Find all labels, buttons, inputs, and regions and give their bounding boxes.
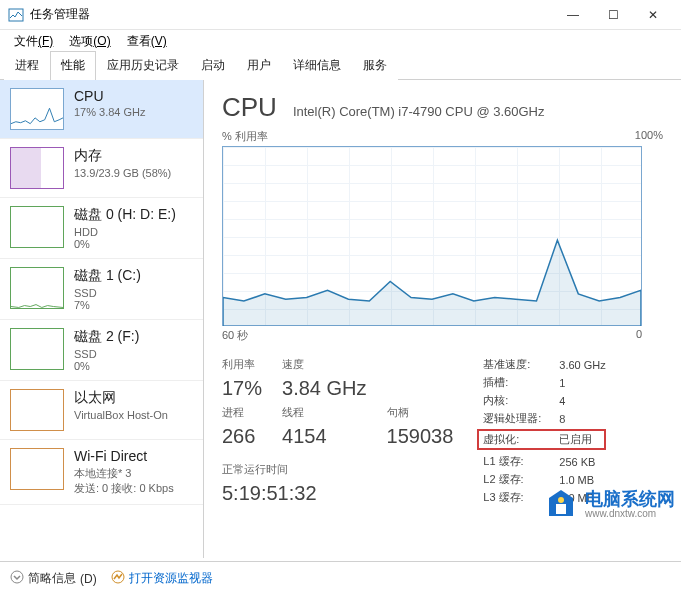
lprocs-value: 8: [559, 413, 565, 425]
threads-value: 4154: [282, 425, 366, 451]
l1-value: 256 KB: [559, 456, 595, 468]
processes-value: 266: [222, 425, 262, 451]
footer: 简略信息(D) 打开资源监视器: [0, 561, 681, 595]
resource-monitor-icon: [111, 570, 125, 587]
main-panel: CPU Intel(R) Core(TM) i7-4790 CPU @ 3.60…: [204, 80, 681, 558]
handles-label: 句柄: [387, 405, 454, 423]
sidebar-item-label: 内存: [74, 147, 195, 165]
cpu-spark-icon: [10, 88, 64, 130]
uptime-label: 正常运行时间: [222, 462, 453, 480]
handles-value: 159038: [387, 425, 454, 451]
l1-label: L1 缓存:: [483, 454, 559, 469]
sidebar-item-sub2: 0%: [74, 238, 195, 250]
tabs: 进程 性能 应用历史记录 启动 用户 详细信息 服务: [0, 52, 681, 80]
sidebar-item-sub: HDD: [74, 226, 195, 238]
sidebar-item-label: 磁盘 0 (H: D: E:): [74, 206, 195, 224]
sidebar-disk2[interactable]: 磁盘 2 (F:) SSD 0%: [0, 320, 203, 381]
l2-value: 1.0 MB: [559, 474, 594, 486]
memory-bar-icon: [10, 147, 64, 189]
svg-point-2: [558, 497, 564, 503]
sidebar-item-label: Wi-Fi Direct: [74, 448, 195, 464]
sidebar-item-label: 以太网: [74, 389, 195, 407]
basespeed-label: 基准速度:: [483, 357, 559, 372]
tab-users[interactable]: 用户: [236, 51, 282, 80]
sidebar-item-sub: 17% 3.84 GHz: [74, 106, 195, 118]
sidebar-item-sub: SSD: [74, 348, 195, 360]
disk-spark-icon: [10, 328, 64, 370]
sidebar-item-sub: 13.9/23.9 GB (58%): [74, 167, 195, 179]
close-button[interactable]: ✕: [633, 1, 673, 29]
panel-title: CPU: [222, 92, 277, 123]
sidebar-item-label: 磁盘 2 (F:): [74, 328, 195, 346]
watermark-url: www.dnxtw.com: [585, 508, 675, 519]
disk-spark-icon: [10, 206, 64, 248]
content: CPU 17% 3.84 GHz 内存 13.9/23.9 GB (58%) 磁…: [0, 80, 681, 558]
watermark-name: 电脑系统网: [585, 490, 675, 508]
chevron-down-icon: [10, 570, 24, 587]
util-value: 17%: [222, 377, 262, 403]
sidebar: CPU 17% 3.84 GHz 内存 13.9/23.9 GB (58%) 磁…: [0, 80, 204, 558]
speed-label: 速度: [282, 357, 366, 375]
open-resource-monitor-link[interactable]: 打开资源监视器: [111, 570, 213, 587]
chart-ymax: 100%: [635, 129, 663, 144]
cpu-chart: % 利用率 100% 60 秒 0: [222, 129, 663, 343]
basespeed-value: 3.60 GHz: [559, 359, 605, 371]
menu-view[interactable]: 查看(V): [119, 31, 175, 52]
app-icon: [8, 7, 24, 23]
sidebar-item-sub2: 发送: 0 接收: 0 Kbps: [74, 481, 195, 496]
utilization-chart[interactable]: [222, 146, 642, 326]
net-spark-icon: [10, 448, 64, 490]
l2-label: L2 缓存:: [483, 472, 559, 487]
threads-label: 线程: [282, 405, 366, 423]
window-title: 任务管理器: [30, 6, 553, 23]
disk-spark-icon: [10, 267, 64, 309]
tab-details[interactable]: 详细信息: [282, 51, 352, 80]
tab-services[interactable]: 服务: [352, 51, 398, 80]
virt-label: 虚拟化:: [483, 432, 559, 447]
cores-value: 4: [559, 395, 565, 407]
svg-point-3: [11, 571, 23, 583]
sidebar-wifi-direct[interactable]: Wi-Fi Direct 本地连接* 3 发送: 0 接收: 0 Kbps: [0, 440, 203, 505]
tab-performance[interactable]: 性能: [50, 51, 96, 80]
sidebar-item-label: CPU: [74, 88, 195, 104]
sidebar-item-sub: 本地连接* 3: [74, 466, 195, 481]
virtualization-row: 虚拟化:已启用: [477, 429, 605, 450]
processes-label: 进程: [222, 405, 262, 423]
watermark-logo-icon: [543, 486, 579, 522]
sidebar-item-sub: VirtualBox Host-On: [74, 409, 195, 421]
sidebar-item-sub2: 0%: [74, 360, 195, 372]
speed-value: 3.84 GHz: [282, 377, 366, 403]
cpu-model: Intel(R) Core(TM) i7-4790 CPU @ 3.60GHz: [293, 104, 545, 119]
uptime-value: 5:19:51:32: [222, 482, 453, 508]
sidebar-disk1[interactable]: 磁盘 1 (C:) SSD 7%: [0, 259, 203, 320]
watermark: 电脑系统网 www.dnxtw.com: [543, 486, 675, 522]
sidebar-item-label: 磁盘 1 (C:): [74, 267, 195, 285]
virt-value: 已启用: [559, 432, 592, 447]
util-label: 利用率: [222, 357, 262, 375]
minimize-button[interactable]: —: [553, 1, 593, 29]
sockets-label: 插槽:: [483, 375, 559, 390]
sidebar-cpu[interactable]: CPU 17% 3.84 GHz: [0, 80, 203, 139]
chart-xleft: 60 秒: [222, 328, 248, 343]
menu-options[interactable]: 选项(O): [61, 31, 118, 52]
lprocs-label: 逻辑处理器:: [483, 411, 559, 426]
tab-app-history[interactable]: 应用历史记录: [96, 51, 190, 80]
stats-left: 利用率 速度 17% 3.84 GHz 进程 线程 句柄 266 4154 15…: [222, 357, 453, 508]
chart-xright: 0: [636, 328, 642, 343]
fewer-details-button[interactable]: 简略信息(D): [10, 570, 97, 587]
svg-rect-1: [556, 504, 566, 514]
menu-file[interactable]: 文件(F): [6, 31, 61, 52]
sidebar-memory[interactable]: 内存 13.9/23.9 GB (58%): [0, 139, 203, 198]
cores-label: 内核:: [483, 393, 559, 408]
sidebar-item-sub: SSD: [74, 287, 195, 299]
chart-ylabel: % 利用率: [222, 129, 268, 144]
net-spark-icon: [10, 389, 64, 431]
tab-processes[interactable]: 进程: [4, 51, 50, 80]
sockets-value: 1: [559, 377, 565, 389]
sidebar-item-sub2: 7%: [74, 299, 195, 311]
maximize-button[interactable]: ☐: [593, 1, 633, 29]
sidebar-ethernet[interactable]: 以太网 VirtualBox Host-On: [0, 381, 203, 440]
sidebar-disk0[interactable]: 磁盘 0 (H: D: E:) HDD 0%: [0, 198, 203, 259]
tab-startup[interactable]: 启动: [190, 51, 236, 80]
menubar: 文件(F) 选项(O) 查看(V): [0, 30, 681, 52]
